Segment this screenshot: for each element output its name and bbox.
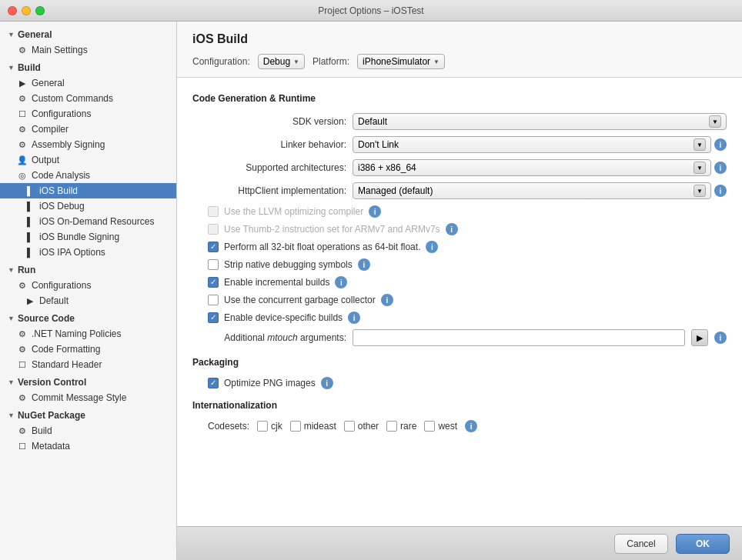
incremental-checkbox-row: Enable incremental builds i [208, 276, 727, 288]
west-label: west [438, 421, 457, 432]
sidebar-item-output[interactable]: 👤 Output [0, 152, 176, 168]
sidebar-item-main-settings[interactable]: ⚙ Main Settings [0, 42, 176, 58]
page-icon: ▌ [25, 247, 35, 258]
chevron-down-icon: ▼ [433, 58, 440, 65]
sidebar-item-ios-debug[interactable]: ▌ iOS Debug [0, 198, 176, 214]
chevron-down-icon: ▼ [694, 162, 706, 174]
sidebar-item-nuget-build[interactable]: ⚙ Build [0, 423, 176, 438]
code-generation-section-title: Code Generation & Runtime [192, 93, 727, 104]
thumb2-checkbox[interactable] [208, 224, 219, 235]
linker-behavior-row: Linker behavior: Don't Link ▼ i [192, 136, 727, 153]
window-controls [8, 6, 45, 15]
codesets-row: Codesets: cjk mideast other [208, 420, 727, 432]
chevron-down-icon: ▼ [293, 58, 299, 65]
architectures-select[interactable]: i386 + x86_64 ▼ [353, 159, 711, 176]
output-icon: 👤 [17, 155, 28, 165]
sidebar-item-run-default[interactable]: ▶ Default [0, 293, 176, 308]
bottom-bar: Cancel OK [177, 526, 742, 560]
architectures-label: Supported architectures: [192, 162, 346, 173]
info-icon[interactable]: i [321, 377, 333, 389]
httpclient-select[interactable]: Managed (default) ▼ [353, 182, 711, 199]
device-specific-checkbox[interactable] [208, 312, 219, 323]
sdk-version-select[interactable]: Default ▼ [353, 113, 727, 130]
content-body: Code Generation & Runtime SDK version: D… [177, 78, 742, 526]
sidebar-item-run-configurations[interactable]: ⚙ Configurations [0, 278, 176, 293]
close-button[interactable] [8, 6, 17, 15]
mtouch-expand-button[interactable]: ▶ [691, 329, 708, 346]
collapse-arrow: ▼ [8, 315, 15, 322]
mtouch-input[interactable] [353, 329, 685, 346]
device-specific-label: Enable device-specific builds [224, 312, 343, 323]
sidebar-section-general[interactable]: ▼ General [0, 25, 176, 42]
sidebar-item-ios-bundle-signing[interactable]: ▌ iOS Bundle Signing [0, 229, 176, 245]
info-icon[interactable]: i [348, 312, 360, 324]
cancel-button[interactable]: Cancel [614, 534, 668, 554]
incremental-checkbox[interactable] [208, 277, 219, 288]
mideast-item: mideast [290, 421, 336, 432]
info-icon[interactable]: i [369, 205, 381, 218]
info-icon[interactable]: i [381, 294, 393, 306]
packaging-section: Packaging Optimize PNG images i [192, 357, 727, 389]
gc-checkbox[interactable] [208, 295, 219, 305]
gear-icon: ⚙ [17, 344, 28, 355]
sidebar-item-nuget-metadata[interactable]: ☐ Metadata [0, 438, 176, 454]
architectures-value: i386 + x86_64 [358, 162, 694, 173]
sidebar-item-custom-commands[interactable]: ⚙ Custom Commands [0, 91, 176, 106]
configuration-select[interactable]: Debug ▼ [258, 54, 305, 69]
page-title: iOS Build [192, 32, 727, 46]
llvm-checkbox[interactable] [208, 206, 219, 217]
gear-icon: ⚙ [17, 124, 28, 135]
float32-checkbox-row: Perform all 32-bit float operations as 6… [208, 241, 727, 253]
sidebar-item-build-general[interactable]: ▶ General [0, 75, 176, 91]
maximize-button[interactable] [35, 6, 45, 15]
gc-label: Use the concurrent garbage collector [224, 295, 376, 305]
incremental-label: Enable incremental builds [224, 277, 329, 288]
west-checkbox[interactable] [424, 421, 435, 432]
mideast-checkbox[interactable] [290, 421, 301, 432]
png-optimize-checkbox[interactable] [208, 378, 219, 388]
info-icon[interactable]: i [335, 276, 347, 288]
info-icon[interactable]: i [714, 162, 727, 174]
httpclient-value: Managed (default) [358, 185, 694, 196]
info-icon[interactable]: i [446, 223, 458, 235]
sidebar-item-assembly-signing[interactable]: ⚙ Assembly Signing [0, 137, 176, 152]
float32-label: Perform all 32-bit float operations as 6… [224, 242, 420, 252]
info-icon[interactable]: i [426, 241, 438, 253]
sidebar-item-ios-on-demand[interactable]: ▌ iOS On-Demand Resources [0, 214, 176, 229]
sidebar-item-naming-policies[interactable]: ⚙ .NET Naming Policies [0, 326, 176, 342]
info-icon[interactable]: i [465, 420, 477, 432]
cjk-checkbox[interactable] [257, 421, 268, 432]
other-checkbox[interactable] [344, 421, 355, 432]
linker-behavior-select[interactable]: Don't Link ▼ [353, 136, 711, 153]
sidebar-section-version-control[interactable]: ▼ Version Control [0, 372, 176, 390]
info-icon[interactable]: i [714, 332, 727, 344]
platform-select[interactable]: iPhoneSimulator ▼ [357, 54, 445, 69]
sidebar-item-standard-header[interactable]: ☐ Standard Header [0, 357, 176, 372]
gear-icon: ⚙ [17, 425, 28, 436]
sidebar-item-ios-build[interactable]: ▌ iOS Build [0, 183, 176, 198]
strip-debug-checkbox[interactable] [208, 259, 219, 270]
sidebar-item-code-formatting[interactable]: ⚙ Code Formatting [0, 342, 176, 357]
info-icon[interactable]: i [358, 258, 370, 271]
sidebar-item-commit-message[interactable]: ⚙ Commit Message Style [0, 390, 176, 405]
rare-checkbox[interactable] [386, 421, 397, 432]
info-icon[interactable]: i [714, 185, 727, 197]
sidebar-section-nuget[interactable]: ▼ NuGet Package [0, 405, 176, 423]
llvm-checkbox-row: Use the LLVM optimizing compiler i [208, 205, 727, 218]
sidebar-item-code-analysis[interactable]: ◎ Code Analysis [0, 168, 176, 183]
strip-debug-checkbox-row: Strip native debugging symbols i [208, 258, 727, 271]
info-icon[interactable]: i [714, 138, 727, 151]
sidebar-item-compiler[interactable]: ⚙ Compiler [0, 122, 176, 137]
platform-value: iPhoneSimulator [363, 56, 430, 67]
sidebar-section-run[interactable]: ▼ Run [0, 260, 176, 278]
ok-button[interactable]: OK [676, 534, 730, 554]
minimize-button[interactable] [22, 6, 31, 15]
sidebar-section-build[interactable]: ▼ Build [0, 58, 176, 75]
sidebar-section-source-code[interactable]: ▼ Source Code [0, 308, 176, 326]
rare-item: rare [386, 421, 416, 432]
sidebar-item-configurations[interactable]: ☐ Configurations [0, 106, 176, 122]
other-item: other [344, 421, 379, 432]
float32-checkbox[interactable] [208, 242, 219, 252]
sidebar-item-ios-ipa-options[interactable]: ▌ iOS IPA Options [0, 245, 176, 260]
intl-section: Internationalization Codesets: cjk midea… [192, 400, 727, 432]
